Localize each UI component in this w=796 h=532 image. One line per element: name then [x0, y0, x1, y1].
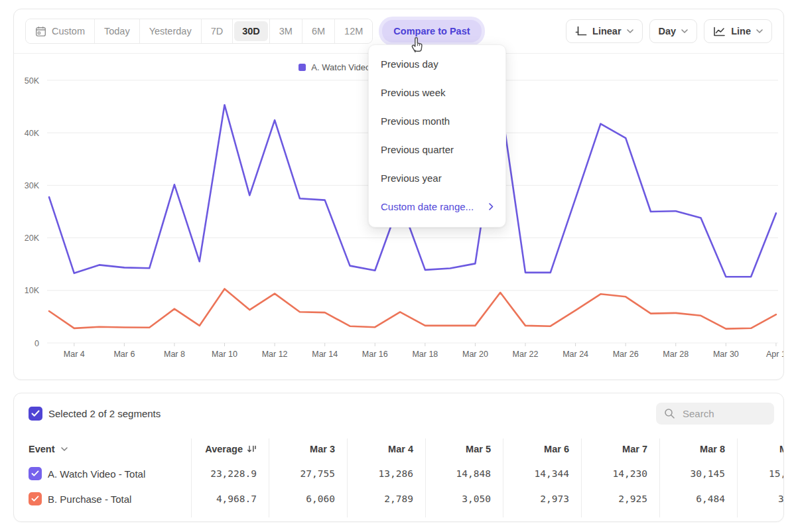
column-divider	[737, 438, 738, 517]
value-cell: 30,145	[659, 468, 737, 479]
search-box	[656, 403, 774, 425]
interval-label: Day	[659, 26, 677, 36]
range-option-7d[interactable]: 7D	[201, 19, 233, 43]
check-icon	[31, 470, 39, 477]
menu-item-custom-date-range[interactable]: Custom date range...	[369, 192, 505, 221]
svg-text:Mar 16: Mar 16	[362, 350, 388, 359]
value-cell: 14,230	[581, 468, 659, 479]
menu-item-previous-quarter[interactable]: Previous quarter	[369, 135, 505, 164]
selected-summary: Selected 2 of 2 segments	[48, 408, 161, 419]
analytics-page: 010K20K30K40K50KMar 4Mar 6Mar 8Mar 10Mar…	[0, 0, 796, 532]
value-cell: 2,925	[581, 494, 659, 504]
svg-text:Mar 12: Mar 12	[262, 350, 288, 359]
value-cell: 27,755	[269, 468, 347, 479]
column-header-average[interactable]: Average	[191, 444, 269, 454]
column-header-mar-3[interactable]: Mar 3	[269, 444, 347, 454]
segment-cell: B. Purchase - Total	[14, 492, 191, 505]
table-row-b-purchase-total: B. Purchase - Total4,968.76,0602,7893,05…	[14, 486, 784, 511]
column-divider	[503, 438, 503, 517]
svg-text:Mar 8: Mar 8	[164, 350, 185, 359]
column-divider	[581, 438, 582, 517]
chart-type-label: Line	[731, 26, 751, 36]
segments-table: EventAverageMar 3Mar 4Mar 5Mar 6Mar 7Mar…	[14, 437, 784, 511]
segment-checkbox[interactable]	[29, 492, 42, 505]
column-header-mar-6[interactable]: Mar 6	[503, 444, 581, 454]
svg-text:Mar 28: Mar 28	[663, 350, 689, 359]
search-input[interactable]	[681, 407, 763, 420]
svg-text:Mar 4: Mar 4	[64, 350, 85, 359]
average-value: 4,968.7	[191, 494, 269, 504]
check-icon	[31, 496, 39, 502]
average-value: 23,228.9	[191, 468, 269, 479]
svg-text:40K: 40K	[25, 129, 40, 138]
segments-table-card: Selected 2 of 2 segments EventAverageMar…	[13, 393, 784, 522]
column-divider	[269, 438, 269, 517]
chevron-down-icon	[61, 447, 68, 451]
value-cell: 6,060	[269, 494, 347, 504]
interval-select[interactable]: Day	[649, 19, 698, 43]
range-option-6m[interactable]: 6M	[302, 19, 334, 43]
compare-to-past-button[interactable]: Compare to Past	[382, 20, 481, 42]
column-divider	[425, 438, 426, 517]
column-header-mar-5[interactable]: Mar 5	[425, 444, 503, 454]
chevron-down-icon	[627, 29, 633, 33]
table-row-a-watch-video-total: A. Watch Video - Total23,228.927,75513,2…	[14, 461, 784, 486]
column-divider	[347, 438, 348, 517]
chart-type-select[interactable]: Line	[704, 19, 772, 43]
svg-text:Apr 1: Apr 1	[766, 350, 783, 359]
legend-swatch	[298, 64, 306, 71]
column-header-m[interactable]: M	[737, 444, 784, 454]
segment-cell: A. Watch Video - Total	[14, 467, 191, 480]
chart-card: 010K20K30K40K50KMar 4Mar 6Mar 8Mar 10Mar…	[13, 9, 784, 380]
range-option-12m[interactable]: 12M	[334, 19, 372, 43]
value-cell: 2,973	[503, 494, 581, 504]
segments-header: Selected 2 of 2 segments	[14, 393, 783, 433]
segment-label: A. Watch Video - Total	[48, 468, 145, 480]
range-option-30d[interactable]: 30D	[232, 19, 269, 43]
scale-label: Linear	[592, 26, 622, 36]
svg-text:Mar 22: Mar 22	[513, 350, 539, 359]
svg-text:Mar 26: Mar 26	[613, 350, 639, 359]
segment-checkbox[interactable]	[29, 467, 42, 480]
calendar-icon	[35, 26, 46, 37]
segment-label: B. Purchase - Total	[48, 494, 131, 505]
value-cell: 2,789	[347, 494, 425, 504]
column-header-mar-4[interactable]: Mar 4	[347, 444, 425, 454]
svg-text:50K: 50K	[25, 76, 40, 86]
check-icon	[31, 410, 40, 417]
search-icon	[664, 408, 675, 419]
value-cell: 6,484	[659, 494, 737, 504]
value-cell: 13,286	[347, 468, 425, 479]
date-range-selector: CustomTodayYesterday7D30D3M6M12M	[25, 19, 373, 44]
compare-to-past-menu: Previous dayPrevious weekPrevious monthP…	[368, 44, 506, 228]
menu-item-previous-week[interactable]: Previous week	[369, 78, 505, 107]
svg-text:0: 0	[34, 339, 39, 348]
column-header-mar-8[interactable]: Mar 8	[659, 444, 737, 454]
value-cell: 3,050	[425, 494, 503, 504]
svg-text:Mar 24: Mar 24	[563, 350, 588, 359]
column-header-event[interactable]: Event	[14, 444, 191, 454]
range-option-yesterday[interactable]: Yesterday	[139, 19, 201, 43]
table-header-row: EventAverageMar 3Mar 4Mar 5Mar 6Mar 7Mar…	[14, 437, 784, 461]
svg-text:10K: 10K	[25, 286, 40, 295]
select-all-checkbox[interactable]	[29, 407, 42, 421]
svg-text:30K: 30K	[25, 181, 40, 190]
chevron-down-icon	[756, 29, 763, 33]
line-chart-icon	[713, 27, 726, 36]
value-cell: 14,848	[425, 468, 503, 479]
svg-text:Mar 30: Mar 30	[713, 350, 739, 359]
range-option-3m[interactable]: 3M	[269, 19, 302, 43]
chevron-right-icon	[489, 203, 494, 210]
svg-text:Mar 6: Mar 6	[113, 350, 135, 359]
scale-select[interactable]: Linear	[566, 19, 643, 43]
value-cell: 3,	[737, 494, 784, 504]
menu-item-previous-day[interactable]: Previous day	[369, 50, 505, 78]
menu-item-previous-year[interactable]: Previous year	[369, 164, 505, 192]
range-option-today[interactable]: Today	[94, 19, 139, 43]
menu-item-previous-month[interactable]: Previous month	[369, 107, 505, 135]
range-option-custom[interactable]: Custom	[26, 19, 94, 43]
axis-icon	[575, 26, 587, 36]
column-header-mar-7[interactable]: Mar 7	[581, 444, 659, 454]
value-cell: 14,344	[503, 468, 581, 479]
column-divider	[659, 438, 660, 517]
